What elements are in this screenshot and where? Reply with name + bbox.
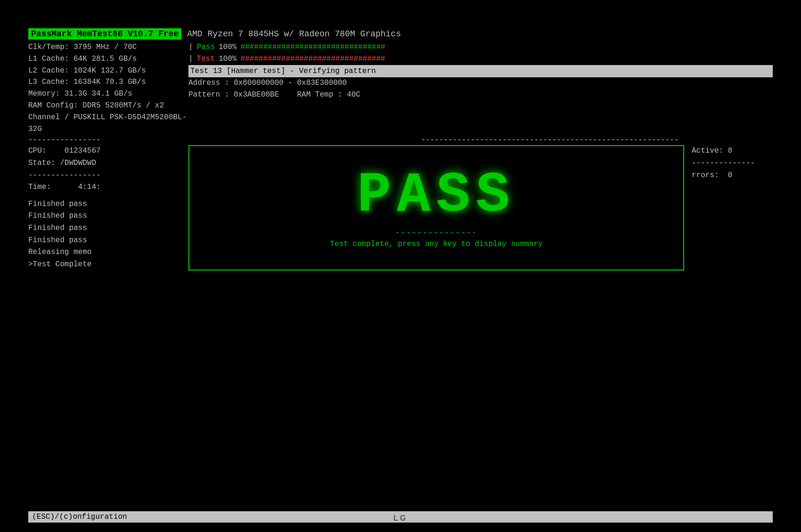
log-line-3: Finished pass <box>28 222 188 235</box>
l2-row: L2 Cache: 1024K 132.7 GB/s <box>28 65 188 77</box>
test-name-bar: Test 13 [Hammer test] - Verifying patter… <box>188 65 773 78</box>
errors-row: rrors: 0 <box>692 170 773 182</box>
pass-complete-message: Test complete, press any key to display … <box>330 240 542 248</box>
stats-divider: -------------- <box>692 157 773 170</box>
url-text: https://linsoo.pe.kr/?p=44693 <box>645 514 768 522</box>
test-bar: | Test 100% ############################… <box>188 53 773 65</box>
lg-logo: LG <box>393 514 408 523</box>
pass-bar: | Pass 100% ############################… <box>188 41 773 53</box>
pattern-row: Pattern : 0x3ABE00BE RAM Temp : 40C <box>188 89 773 101</box>
l1-row: L1 Cache: 64K 281.5 GB/s <box>28 53 188 65</box>
cpu-info: AMD Ryzen 7 8845HS w/ Radeon 780M Graphi… <box>181 28 401 39</box>
clk-temp-row: Clk/Temp: 3795 MHz / 70C <box>28 41 188 53</box>
time-row: Time: 4:14: <box>28 181 188 194</box>
left-bottom-panel: CPU: 01234567 State: /DWDWDWD ----------… <box>28 145 188 270</box>
ram-config-row: RAM Config: DDR5 5200MT/s / x2 Channel /… <box>28 100 188 135</box>
stats-panel: Active: 8 -------------- rrors: 0 <box>688 145 773 270</box>
divider-left: ---------------- <box>28 136 101 144</box>
log-line-5: Releasing memo <box>28 246 188 259</box>
log-line-1: Finished pass <box>28 198 188 211</box>
address-row: Address : 0x800000000 - 0x83E300000 <box>188 77 773 89</box>
pass-text: PASS <box>357 167 515 224</box>
pass-divider: --------------- <box>395 229 477 237</box>
state-row: State: /DWDWDWD <box>28 157 188 170</box>
pass-box: PASS --------------- Test complete, pres… <box>188 145 684 270</box>
progress-panel: | Pass 100% ############################… <box>188 41 773 135</box>
divider-right: ----------------------------------------… <box>105 136 678 144</box>
l3-row: L3 Cache: 16384K 70.3 GB/s <box>28 76 188 88</box>
app-title: PassMark MemTest86 V10.7 Free <box>28 28 181 40</box>
log-lines: Finished pass Finished pass Finished pas… <box>28 198 188 271</box>
memory-row: Memory: 31.3G 34.1 GB/s <box>28 88 188 100</box>
log-line-4: Finished pass <box>28 235 188 247</box>
cpu-row: CPU: 01234567 <box>28 145 188 157</box>
system-info-panel: Clk/Temp: 3795 MHz / 70C L1 Cache: 64K 2… <box>28 41 188 135</box>
log-line-2: Finished pass <box>28 210 188 222</box>
cpu-divider: ---------------- <box>28 170 188 182</box>
log-line-6: >Test Complete <box>28 259 188 271</box>
active-row: Active: 8 <box>692 145 773 157</box>
